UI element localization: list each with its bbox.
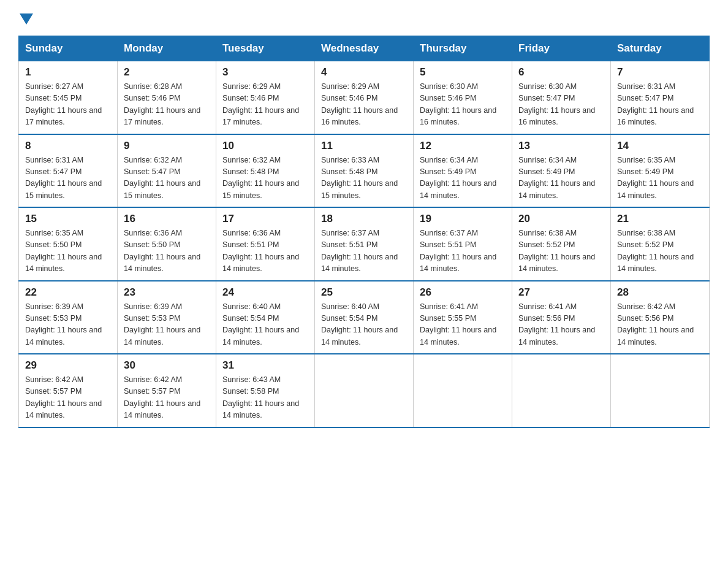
- calendar-week-row: 15 Sunrise: 6:35 AMSunset: 5:50 PMDaylig…: [19, 207, 710, 281]
- day-number: 31: [222, 359, 308, 372]
- calendar-cell: 16 Sunrise: 6:36 AMSunset: 5:50 PMDaylig…: [118, 207, 216, 281]
- calendar-cell: 8 Sunrise: 6:31 AMSunset: 5:47 PMDayligh…: [19, 134, 118, 208]
- day-number: 27: [518, 286, 604, 299]
- calendar-week-row: 22 Sunrise: 6:39 AMSunset: 5:53 PMDaylig…: [19, 281, 710, 354]
- calendar-cell: 7 Sunrise: 6:31 AMSunset: 5:47 PMDayligh…: [611, 61, 710, 134]
- calendar-cell: 27 Sunrise: 6:41 AMSunset: 5:56 PMDaylig…: [512, 281, 611, 354]
- calendar-cell: [414, 354, 512, 427]
- calendar-table: SundayMondayTuesdayWednesdayThursdayFrid…: [18, 36, 710, 428]
- day-info: Sunrise: 6:28 AMSunset: 5:46 PMDaylight:…: [124, 81, 210, 129]
- calendar-cell: 9 Sunrise: 6:32 AMSunset: 5:47 PMDayligh…: [118, 134, 216, 208]
- day-number: 6: [518, 66, 604, 79]
- day-info: Sunrise: 6:42 AMSunset: 5:57 PMDaylight:…: [25, 374, 111, 422]
- day-info: Sunrise: 6:40 AMSunset: 5:54 PMDaylight:…: [321, 301, 407, 349]
- calendar-cell: 13 Sunrise: 6:34 AMSunset: 5:49 PMDaylig…: [512, 134, 611, 208]
- day-info: Sunrise: 6:36 AMSunset: 5:50 PMDaylight:…: [124, 228, 210, 275]
- day-number: 11: [321, 140, 407, 152]
- day-info: Sunrise: 6:37 AMSunset: 5:51 PMDaylight:…: [420, 228, 506, 275]
- logo: [18, 12, 33, 25]
- day-info: Sunrise: 6:40 AMSunset: 5:54 PMDaylight:…: [222, 301, 308, 349]
- calendar-week-row: 8 Sunrise: 6:31 AMSunset: 5:47 PMDayligh…: [19, 134, 710, 208]
- day-info: Sunrise: 6:30 AMSunset: 5:46 PMDaylight:…: [420, 81, 506, 129]
- day-number: 25: [321, 286, 407, 299]
- day-number: 30: [124, 359, 210, 372]
- day-number: 1: [25, 66, 111, 79]
- header-tuesday: Tuesday: [216, 36, 315, 61]
- day-info: Sunrise: 6:35 AMSunset: 5:50 PMDaylight:…: [25, 228, 111, 275]
- header-thursday: Thursday: [414, 36, 512, 61]
- calendar-cell: 25 Sunrise: 6:40 AMSunset: 5:54 PMDaylig…: [315, 281, 414, 354]
- day-number: 12: [420, 140, 506, 152]
- calendar-cell: 26 Sunrise: 6:41 AMSunset: 5:55 PMDaylig…: [414, 281, 512, 354]
- day-number: 7: [617, 66, 703, 79]
- calendar-cell: 15 Sunrise: 6:35 AMSunset: 5:50 PMDaylig…: [19, 207, 118, 281]
- day-number: 22: [25, 286, 111, 299]
- calendar-cell: 10 Sunrise: 6:32 AMSunset: 5:48 PMDaylig…: [216, 134, 315, 208]
- header-sunday: Sunday: [19, 36, 118, 61]
- calendar-cell: 2 Sunrise: 6:28 AMSunset: 5:46 PMDayligh…: [118, 61, 216, 134]
- day-number: 5: [420, 66, 506, 79]
- day-info: Sunrise: 6:41 AMSunset: 5:55 PMDaylight:…: [420, 301, 506, 349]
- day-number: 10: [222, 140, 308, 152]
- day-info: Sunrise: 6:36 AMSunset: 5:51 PMDaylight:…: [222, 228, 308, 275]
- day-number: 21: [617, 213, 703, 225]
- calendar-cell: 31 Sunrise: 6:43 AMSunset: 5:58 PMDaylig…: [216, 354, 315, 427]
- calendar-cell: 1 Sunrise: 6:27 AMSunset: 5:45 PMDayligh…: [19, 61, 118, 134]
- day-number: 18: [321, 213, 407, 225]
- calendar-cell: 21 Sunrise: 6:38 AMSunset: 5:52 PMDaylig…: [611, 207, 710, 281]
- day-info: Sunrise: 6:42 AMSunset: 5:57 PMDaylight:…: [124, 374, 210, 422]
- day-number: 29: [25, 359, 111, 372]
- svg-marker-0: [20, 13, 33, 25]
- day-info: Sunrise: 6:37 AMSunset: 5:51 PMDaylight:…: [321, 228, 407, 275]
- day-number: 4: [321, 66, 407, 79]
- day-number: 28: [617, 286, 703, 299]
- day-info: Sunrise: 6:32 AMSunset: 5:47 PMDaylight:…: [124, 155, 210, 202]
- calendar-week-row: 29 Sunrise: 6:42 AMSunset: 5:57 PMDaylig…: [19, 354, 710, 427]
- day-info: Sunrise: 6:38 AMSunset: 5:52 PMDaylight:…: [518, 228, 604, 275]
- calendar-cell: 23 Sunrise: 6:39 AMSunset: 5:53 PMDaylig…: [118, 281, 216, 354]
- day-info: Sunrise: 6:31 AMSunset: 5:47 PMDaylight:…: [617, 81, 703, 129]
- calendar-cell: 4 Sunrise: 6:29 AMSunset: 5:46 PMDayligh…: [315, 61, 414, 134]
- day-info: Sunrise: 6:43 AMSunset: 5:58 PMDaylight:…: [222, 374, 308, 422]
- day-number: 8: [25, 140, 111, 152]
- day-info: Sunrise: 6:39 AMSunset: 5:53 PMDaylight:…: [25, 301, 111, 349]
- calendar-cell: 14 Sunrise: 6:35 AMSunset: 5:49 PMDaylig…: [611, 134, 710, 208]
- calendar-cell: [611, 354, 710, 427]
- calendar-cell: 5 Sunrise: 6:30 AMSunset: 5:46 PMDayligh…: [414, 61, 512, 134]
- page-header: [18, 12, 710, 25]
- day-info: Sunrise: 6:34 AMSunset: 5:49 PMDaylight:…: [518, 155, 604, 202]
- day-number: 19: [420, 213, 506, 225]
- day-number: 9: [124, 140, 210, 152]
- day-number: 26: [420, 286, 506, 299]
- day-number: 16: [124, 213, 210, 225]
- calendar-cell: 12 Sunrise: 6:34 AMSunset: 5:49 PMDaylig…: [414, 134, 512, 208]
- day-info: Sunrise: 6:32 AMSunset: 5:48 PMDaylight:…: [222, 155, 308, 202]
- calendar-header-row: SundayMondayTuesdayWednesdayThursdayFrid…: [19, 36, 710, 61]
- day-info: Sunrise: 6:30 AMSunset: 5:47 PMDaylight:…: [518, 81, 604, 129]
- day-number: 2: [124, 66, 210, 79]
- day-info: Sunrise: 6:35 AMSunset: 5:49 PMDaylight:…: [617, 155, 703, 202]
- day-number: 20: [518, 213, 604, 225]
- calendar-cell: 19 Sunrise: 6:37 AMSunset: 5:51 PMDaylig…: [414, 207, 512, 281]
- day-info: Sunrise: 6:29 AMSunset: 5:46 PMDaylight:…: [321, 81, 407, 129]
- day-info: Sunrise: 6:33 AMSunset: 5:48 PMDaylight:…: [321, 155, 407, 202]
- calendar-week-row: 1 Sunrise: 6:27 AMSunset: 5:45 PMDayligh…: [19, 61, 710, 134]
- calendar-cell: 22 Sunrise: 6:39 AMSunset: 5:53 PMDaylig…: [19, 281, 118, 354]
- calendar-cell: 20 Sunrise: 6:38 AMSunset: 5:52 PMDaylig…: [512, 207, 611, 281]
- day-info: Sunrise: 6:41 AMSunset: 5:56 PMDaylight:…: [518, 301, 604, 349]
- day-info: Sunrise: 6:29 AMSunset: 5:46 PMDaylight:…: [222, 81, 308, 129]
- day-number: 23: [124, 286, 210, 299]
- day-info: Sunrise: 6:34 AMSunset: 5:49 PMDaylight:…: [420, 155, 506, 202]
- day-info: Sunrise: 6:39 AMSunset: 5:53 PMDaylight:…: [124, 301, 210, 349]
- calendar-cell: 18 Sunrise: 6:37 AMSunset: 5:51 PMDaylig…: [315, 207, 414, 281]
- day-number: 3: [222, 66, 308, 79]
- calendar-cell: [512, 354, 611, 427]
- day-info: Sunrise: 6:31 AMSunset: 5:47 PMDaylight:…: [25, 155, 111, 202]
- day-info: Sunrise: 6:38 AMSunset: 5:52 PMDaylight:…: [617, 228, 703, 275]
- day-info: Sunrise: 6:27 AMSunset: 5:45 PMDaylight:…: [25, 81, 111, 129]
- calendar-cell: 17 Sunrise: 6:36 AMSunset: 5:51 PMDaylig…: [216, 207, 315, 281]
- calendar-cell: 24 Sunrise: 6:40 AMSunset: 5:54 PMDaylig…: [216, 281, 315, 354]
- day-number: 14: [617, 140, 703, 152]
- header-monday: Monday: [118, 36, 216, 61]
- header-friday: Friday: [512, 36, 611, 61]
